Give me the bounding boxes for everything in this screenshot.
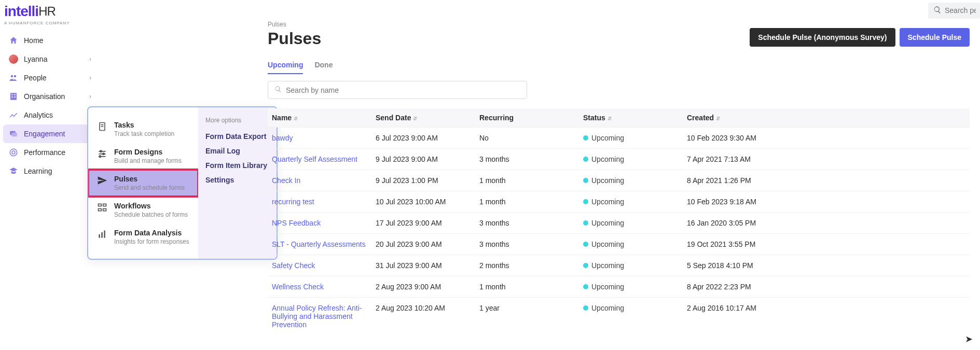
sidebar-item-analytics[interactable]: Analytics ›: [3, 106, 96, 124]
sliders-icon: [96, 148, 108, 159]
bar-chart-icon: [96, 229, 108, 240]
pulse-search-input[interactable]: [286, 86, 520, 94]
table-row: bawdy6 Jul 2023 9:00 AMNoUpcoming10 Feb …: [268, 128, 970, 149]
flyout-item-subtitle: Build and manage forms: [114, 157, 182, 164]
cell-created: 8 Apr 2021 1:26 PM: [683, 170, 970, 191]
status-badge: Upcoming: [583, 261, 624, 270]
svg-rect-6: [15, 96, 16, 97]
pulse-name-link[interactable]: recurring test: [272, 198, 367, 206]
column-status[interactable]: Status⇵: [579, 108, 683, 128]
pulse-search[interactable]: [268, 81, 527, 99]
cell-send-date: 9 Jul 2023 1:00 PM: [371, 170, 475, 191]
schedule-pulse-anonymous-button[interactable]: Schedule Pulse (Anonymous Survey): [750, 28, 895, 47]
pulse-name-link[interactable]: Quarterly Self Assessment: [272, 155, 367, 163]
home-icon: [8, 35, 19, 46]
flyout-link-email-log[interactable]: Email Log: [205, 144, 269, 158]
pulse-name-link[interactable]: bawdy: [272, 134, 367, 142]
cell-created: 10 Feb 2023 9:30 AM: [683, 128, 970, 149]
flyout-link-form-data-export[interactable]: Form Data Export: [205, 129, 269, 144]
cell-created: 5 Sep 2018 4:10 PM: [683, 255, 970, 276]
sidebar-item-label: Organisation: [24, 92, 65, 101]
logo-subtitle: A HUMANFORCE COMPANY: [4, 21, 70, 25]
table-row: Wellness Check2 Aug 2023 9:00 AM1 monthU…: [268, 276, 970, 298]
sidebar-item-learning[interactable]: Learning: [3, 162, 96, 180]
chevron-right-icon: ›: [89, 74, 91, 81]
sidebar-item-label: Engagement: [24, 130, 65, 138]
schedule-pulse-button[interactable]: Schedule Pulse: [900, 28, 970, 47]
flyout-link-settings[interactable]: Settings: [205, 173, 269, 187]
pulse-name-link[interactable]: Annual Policy Refresh: Anti-Bullying and…: [272, 304, 367, 329]
cell-recurring: 1 year: [475, 298, 579, 335]
flyout-item-subtitle: Track task completion: [114, 130, 174, 137]
flyout-item-tasks[interactable]: TasksTrack task completion: [88, 116, 198, 143]
logo-brand: intelli: [4, 3, 38, 19]
sidebar-item-label: Learning: [24, 167, 52, 175]
engagement-flyout: TasksTrack task completion Form DesignsB…: [87, 106, 278, 260]
svg-rect-21: [103, 204, 106, 206]
flyout-item-form-data-analysis[interactable]: Form Data AnalysisInsights for form resp…: [88, 223, 198, 250]
status-dot-icon: [583, 305, 588, 311]
column-created[interactable]: Created⇵: [683, 108, 970, 128]
global-search[interactable]: [928, 3, 980, 19]
pulse-name-link[interactable]: Safety Check: [272, 261, 367, 270]
send-icon: [96, 175, 108, 186]
global-search-input[interactable]: [945, 6, 976, 15]
svg-rect-20: [99, 204, 102, 206]
status-dot-icon: [583, 263, 588, 268]
pulse-name-link[interactable]: SLT - Quarterly Assessments: [272, 240, 367, 248]
flyout-link-form-item-library[interactable]: Form Item Library: [205, 158, 269, 173]
svg-point-19: [99, 156, 101, 157]
flyout-item-title: Form Data Analysis: [114, 229, 189, 237]
sidebar-item-lyanna[interactable]: Lyanna ›: [3, 50, 96, 68]
chevron-right-icon: ›: [89, 93, 91, 100]
svg-rect-4: [15, 94, 16, 95]
table-row: Check In9 Jul 2023 1:00 PM1 monthUpcomin…: [268, 170, 970, 191]
sort-icon: ⇵: [294, 116, 298, 121]
cell-created: 10 Feb 2023 9:18 AM: [683, 191, 970, 213]
flyout-item-subtitle: Schedule batches of forms: [114, 211, 188, 218]
status-dot-icon: [583, 178, 588, 183]
pulses-table: Name⇵ Send Date⇵ Recurring Status⇵ Creat…: [268, 108, 970, 335]
sidebar-item-organisation[interactable]: Organisation ›: [3, 87, 96, 106]
people-icon: [8, 73, 19, 83]
cell-recurring: 1 month: [475, 170, 579, 191]
sidebar-item-label: Home: [24, 36, 43, 45]
status-badge: Upcoming: [583, 155, 624, 163]
tab-done[interactable]: Done: [314, 61, 333, 74]
svg-point-17: [103, 153, 104, 155]
flyout-item-subtitle: Send and schedule forms: [114, 184, 185, 191]
status-dot-icon: [583, 135, 588, 141]
flyout-item-pulses[interactable]: PulsesSend and schedule forms: [88, 170, 198, 197]
sidebar-item-home[interactable]: Home: [3, 31, 96, 50]
cell-recurring: 3 months: [475, 234, 579, 255]
cell-send-date: 31 Jul 2023 9:00 AM: [371, 255, 475, 276]
pulse-name-link[interactable]: Check In: [272, 176, 367, 185]
flyout-item-title: Tasks: [114, 121, 174, 129]
status-dot-icon: [583, 220, 588, 226]
sidebar-item-performance[interactable]: Performance ›: [3, 143, 96, 162]
svg-point-9: [10, 149, 17, 156]
search-icon: [933, 6, 945, 16]
column-send-date[interactable]: Send Date⇵: [371, 108, 475, 128]
sidebar-item-label: Performance: [24, 148, 65, 157]
table-row: Quarterly Self Assessment9 Jul 2023 9:00…: [268, 149, 970, 170]
svg-point-0: [11, 75, 13, 78]
tab-upcoming[interactable]: Upcoming: [268, 61, 303, 74]
pulse-name-link[interactable]: Wellness Check: [272, 283, 367, 291]
sidebar-item-people[interactable]: People ›: [3, 68, 96, 87]
sidebar-item-engagement[interactable]: Engagement ›: [3, 124, 96, 143]
workflow-icon: [96, 202, 108, 213]
cell-recurring: 1 month: [475, 191, 579, 213]
status-badge: Upcoming: [583, 134, 624, 142]
target-icon: [8, 147, 19, 158]
cell-send-date: 9 Jul 2023 9:00 AM: [371, 149, 475, 170]
status-dot-icon: [583, 199, 588, 204]
sort-icon: ⇵: [413, 116, 417, 121]
column-name[interactable]: Name⇵: [268, 108, 371, 128]
cell-send-date: 20 Jul 2023 9:00 AM: [371, 234, 475, 255]
column-recurring[interactable]: Recurring: [475, 108, 579, 128]
flyout-item-form-designs[interactable]: Form DesignsBuild and manage forms: [88, 143, 198, 170]
table-row: SLT - Quarterly Assessments20 Jul 2023 9…: [268, 234, 970, 255]
flyout-item-workflows[interactable]: WorkflowsSchedule batches of forms: [88, 197, 198, 223]
pulse-name-link[interactable]: NPS Feedback: [272, 219, 367, 227]
